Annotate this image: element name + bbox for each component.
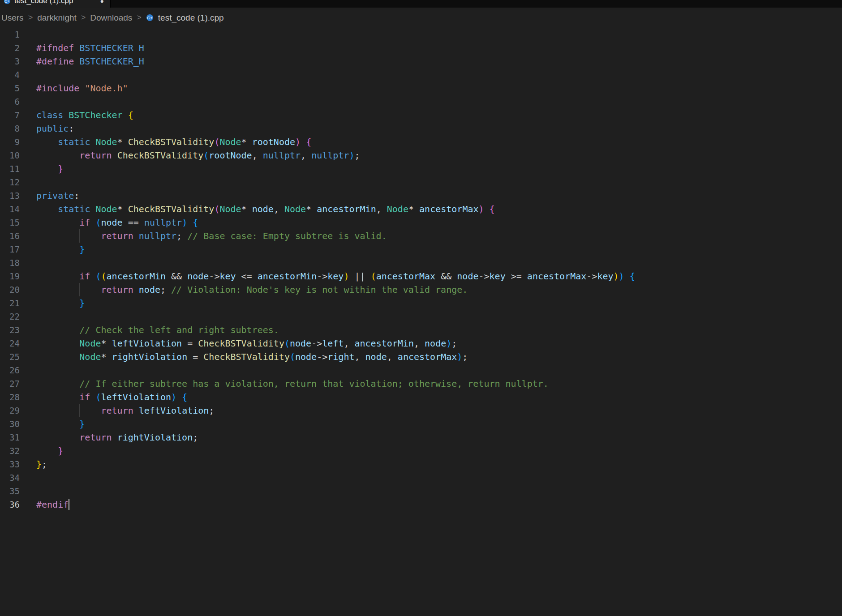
- token-bracket3: }: [79, 419, 85, 429]
- code-line[interactable]: 36#endif: [0, 498, 842, 511]
- code-line[interactable]: 30 }: [0, 417, 842, 431]
- token-plain: [484, 204, 490, 214]
- code-line[interactable]: 10 return CheckBSTValidity(rootNode, nul…: [0, 149, 842, 162]
- modified-indicator-dot[interactable]: ●: [100, 0, 104, 4]
- line-number[interactable]: 14: [0, 202, 20, 216]
- code-editor[interactable]: 12#ifndef BSTCHECKER_H3#define BSTCHECKE…: [0, 28, 842, 511]
- line-number[interactable]: 15: [0, 216, 20, 229]
- token-plain: :: [74, 190, 79, 201]
- code-line[interactable]: 33};: [0, 458, 842, 471]
- code-line[interactable]: 1: [0, 28, 842, 41]
- line-number[interactable]: 12: [0, 175, 20, 189]
- line-number[interactable]: 21: [0, 296, 20, 310]
- tab-test-code-cpp[interactable]: C+ test_code (1).cpp ●: [0, 0, 111, 8]
- line-number[interactable]: 3: [0, 55, 20, 68]
- code-line[interactable]: 17 }: [0, 243, 842, 256]
- token-bracket3: ): [619, 271, 624, 282]
- line-number[interactable]: 7: [0, 108, 20, 122]
- token-plain: ,: [387, 351, 398, 362]
- breadcrumb-item-darkknight[interactable]: darkknight: [37, 13, 77, 23]
- code-line[interactable]: 14 static Node* CheckBSTValidity(Node* n…: [0, 202, 842, 216]
- line-number[interactable]: 28: [0, 390, 20, 404]
- code-line[interactable]: 20 return node; // Violation: Node's key…: [0, 283, 842, 296]
- line-number[interactable]: 16: [0, 229, 20, 243]
- line-number[interactable]: 1: [0, 28, 20, 41]
- code-line[interactable]: 4: [0, 68, 842, 81]
- line-text: static Node* CheckBSTValidity(Node* node…: [36, 204, 495, 214]
- token-storage: class: [36, 110, 69, 120]
- token-plain: *: [117, 137, 128, 147]
- token-keyword: if: [79, 271, 95, 282]
- line-number[interactable]: 31: [0, 431, 20, 444]
- line-number[interactable]: 35: [0, 484, 20, 498]
- code-line[interactable]: 18: [0, 256, 842, 270]
- token-variable: node: [457, 271, 478, 282]
- line-number[interactable]: 20: [0, 283, 20, 296]
- code-line[interactable]: 29 return leftViolation;: [0, 404, 842, 417]
- code-line[interactable]: 19 if ((ancestorMin && node->key <= ance…: [0, 270, 842, 283]
- line-number[interactable]: 36: [0, 498, 20, 511]
- indent-guide: [58, 377, 58, 390]
- line-number[interactable]: 22: [0, 310, 20, 323]
- code-line[interactable]: 9 static Node* CheckBSTValidity(Node* ro…: [0, 135, 842, 149]
- code-line[interactable]: 11 }: [0, 162, 842, 175]
- indent-guide: [58, 364, 58, 377]
- line-number[interactable]: 23: [0, 323, 20, 337]
- code-line[interactable]: 8public:: [0, 122, 842, 135]
- line-number[interactable]: 26: [0, 364, 20, 377]
- line-number[interactable]: 34: [0, 471, 20, 484]
- code-line[interactable]: 24 Node* leftViolation = CheckBSTValidit…: [0, 337, 842, 350]
- token-plain: [176, 392, 182, 402]
- code-line[interactable]: 13private:: [0, 189, 842, 202]
- code-line[interactable]: 12: [0, 175, 842, 189]
- line-number[interactable]: 32: [0, 444, 20, 458]
- line-text: return nullptr; // Base case: Empty subt…: [36, 231, 387, 241]
- code-line[interactable]: 21 }: [0, 296, 842, 310]
- code-line[interactable]: 15 if (node == nullptr) {: [0, 216, 842, 229]
- code-line[interactable]: 32 }: [0, 444, 842, 458]
- line-content: if ((ancestorMin && node->key <= ancesto…: [36, 270, 842, 283]
- code-line[interactable]: 5#include "Node.h": [0, 81, 842, 95]
- line-number[interactable]: 17: [0, 243, 20, 256]
- line-number[interactable]: 11: [0, 162, 20, 175]
- line-number[interactable]: 9: [0, 135, 20, 149]
- code-line[interactable]: 35: [0, 484, 842, 498]
- breadcrumb-item-downloads[interactable]: Downloads: [90, 13, 132, 23]
- breadcrumb-item-file[interactable]: test_code (1).cpp: [158, 13, 224, 23]
- line-number[interactable]: 10: [0, 149, 20, 162]
- line-number[interactable]: 33: [0, 458, 20, 471]
- line-number[interactable]: 24: [0, 337, 20, 350]
- code-line[interactable]: 6: [0, 95, 842, 108]
- code-line[interactable]: 7class BSTChecker {: [0, 108, 842, 122]
- line-content: #include "Node.h": [36, 81, 842, 95]
- code-line[interactable]: 2#ifndef BSTCHECKER_H: [0, 41, 842, 55]
- code-line[interactable]: 28 if (leftViolation) {: [0, 390, 842, 404]
- line-number[interactable]: 29: [0, 404, 20, 417]
- line-number[interactable]: 6: [0, 95, 20, 108]
- code-line[interactable]: 25 Node* rightViolation = CheckBSTValidi…: [0, 350, 842, 364]
- line-number[interactable]: 18: [0, 256, 20, 270]
- code-line[interactable]: 31 return rightViolation;: [0, 431, 842, 444]
- code-line[interactable]: 16 return nullptr; // Base case: Empty s…: [0, 229, 842, 243]
- line-number[interactable]: 5: [0, 81, 20, 95]
- token-function: CheckBSTValidity: [203, 351, 290, 362]
- token-function: CheckBSTValidity: [128, 204, 215, 214]
- line-number[interactable]: 8: [0, 122, 20, 135]
- line-number[interactable]: 13: [0, 189, 20, 202]
- line-number[interactable]: 19: [0, 270, 20, 283]
- code-line[interactable]: 27 // If either subtree has a violation,…: [0, 377, 842, 390]
- code-line[interactable]: 3#define BSTCHECKER_H: [0, 55, 842, 68]
- code-line[interactable]: 23 // Check the left and right subtrees.: [0, 323, 842, 337]
- token-plain: *: [117, 204, 128, 214]
- line-number[interactable]: 30: [0, 417, 20, 431]
- code-line[interactable]: 34: [0, 471, 842, 484]
- line-number[interactable]: 25: [0, 350, 20, 364]
- token-bracket3: (: [95, 392, 101, 402]
- token-variable: rightViolation: [112, 351, 188, 362]
- line-number[interactable]: 2: [0, 41, 20, 55]
- line-number[interactable]: 27: [0, 377, 20, 390]
- code-line[interactable]: 22: [0, 310, 842, 323]
- line-number[interactable]: 4: [0, 68, 20, 81]
- code-line[interactable]: 26: [0, 364, 842, 377]
- breadcrumb-item-users[interactable]: Users: [1, 13, 24, 23]
